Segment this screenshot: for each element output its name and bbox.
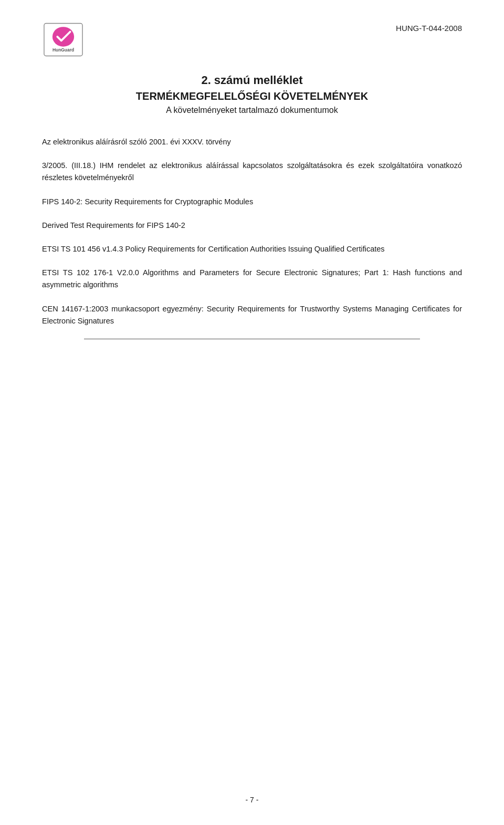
page: HunGuard HUNG-T-044-2008 2. számú mellék… [0,0,504,825]
paragraph-5: ETSI TS 101 456 v1.4.3 Policy Requiremen… [42,243,462,255]
document-id: HUNG-T-044-2008 [396,21,462,33]
svg-point-1 [52,27,74,47]
title-line2: TERMÉKMEGFELELŐSÉGI KÖVETELMÉNYEK [42,90,462,102]
hunguard-logo: HunGuard [44,23,83,57]
page-number: - 7 - [246,796,259,804]
paragraph-2: 3/2005. (III.18.) IHM rendelet az elektr… [42,160,462,184]
title-section: 2. számú melléklet TERMÉKMEGFELELŐSÉGI K… [42,74,462,115]
paragraph-6: ETSI TS 102 176-1 V2.0.0 Algorithms and … [42,267,462,291]
paragraph-1: Az elektronikus aláírásról szóló 2001. é… [42,136,462,148]
footer: - 7 - [0,796,504,804]
paragraph-3: FIPS 140-2: Security Requirements for Cr… [42,196,462,208]
title-line1: 2. számú melléklet [42,74,462,87]
svg-text:HunGuard: HunGuard [52,47,74,53]
footer-divider [84,339,420,339]
title-line3: A követelményeket tartalmazó dokumentumo… [42,106,462,115]
logo-container: HunGuard [42,21,84,58]
paragraph-4: Derived Test Requirements for FIPS 140-2 [42,220,462,232]
header: HunGuard HUNG-T-044-2008 [42,21,462,58]
paragraph-7: CEN 14167-1:2003 munkacsoport egyezmény:… [42,303,462,327]
content: Az elektronikus aláírásról szóló 2001. é… [42,136,462,327]
